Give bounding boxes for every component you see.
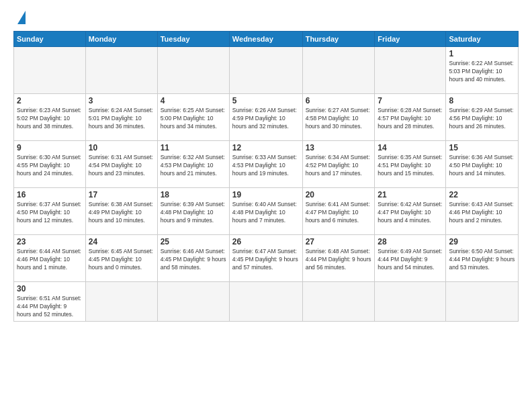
calendar-cell: 24Sunrise: 6:45 AM Sunset: 4:45 PM Dayli… [85,235,157,282]
calendar-week-row: 1Sunrise: 6:22 AM Sunset: 5:03 PM Daylig… [14,47,519,94]
day-number: 30 [17,284,83,293]
day-number: 13 [306,143,372,152]
logo-area [13,11,28,24]
day-number: 27 [306,237,372,246]
calendar-cell: 1Sunrise: 6:22 AM Sunset: 5:03 PM Daylig… [446,47,519,94]
day-number: 15 [449,143,515,152]
calendar-cell [229,282,302,322]
day-of-week-header: Saturday [446,32,519,47]
day-number: 16 [17,190,83,199]
calendar-cell [85,47,157,94]
calendar-cell: 20Sunrise: 6:41 AM Sunset: 4:47 PM Dayli… [302,188,375,235]
calendar-week-row: 16Sunrise: 6:37 AM Sunset: 4:50 PM Dayli… [14,188,519,235]
day-number: 3 [89,96,154,105]
day-number: 24 [89,237,154,246]
day-info: Sunrise: 6:31 AM Sunset: 4:54 PM Dayligh… [89,154,154,178]
calendar-cell: 2Sunrise: 6:23 AM Sunset: 5:02 PM Daylig… [14,94,86,141]
day-info: Sunrise: 6:41 AM Sunset: 4:47 PM Dayligh… [306,201,372,225]
day-number: 4 [161,96,226,105]
day-number: 18 [161,190,226,199]
calendar-week-row: 30Sunrise: 6:51 AM Sunset: 4:44 PM Dayli… [14,282,519,322]
calendar-week-row: 2Sunrise: 6:23 AM Sunset: 5:02 PM Daylig… [14,94,519,141]
calendar-week-row: 9Sunrise: 6:30 AM Sunset: 4:55 PM Daylig… [14,141,519,188]
day-of-week-header: Monday [85,32,157,47]
calendar-cell: 8Sunrise: 6:29 AM Sunset: 4:56 PM Daylig… [446,94,519,141]
calendar-cell: 19Sunrise: 6:40 AM Sunset: 4:48 PM Dayli… [229,188,302,235]
day-number: 26 [232,237,300,246]
day-info: Sunrise: 6:46 AM Sunset: 4:45 PM Dayligh… [161,248,226,272]
day-info: Sunrise: 6:42 AM Sunset: 4:47 PM Dayligh… [378,201,443,225]
day-number: 25 [161,237,226,246]
calendar-cell [14,47,86,94]
day-info: Sunrise: 6:43 AM Sunset: 4:46 PM Dayligh… [449,201,515,225]
day-number: 12 [232,143,300,152]
day-info: Sunrise: 6:37 AM Sunset: 4:50 PM Dayligh… [17,201,83,225]
day-number: 23 [17,237,83,246]
day-number: 19 [232,190,300,199]
calendar-cell: 25Sunrise: 6:46 AM Sunset: 4:45 PM Dayli… [157,235,229,282]
calendar-header-row: SundayMondayTuesdayWednesdayThursdayFrid… [14,32,519,47]
day-info: Sunrise: 6:29 AM Sunset: 4:56 PM Dayligh… [449,107,515,131]
day-number: 22 [449,190,515,199]
day-number: 17 [89,190,154,199]
day-info: Sunrise: 6:49 AM Sunset: 4:44 PM Dayligh… [378,248,443,272]
day-number: 11 [161,143,226,152]
day-number: 5 [232,96,300,105]
day-info: Sunrise: 6:39 AM Sunset: 4:48 PM Dayligh… [161,201,226,225]
calendar-cell [446,282,519,322]
logo [13,11,28,24]
calendar-cell [157,47,229,94]
header [13,11,519,24]
day-info: Sunrise: 6:40 AM Sunset: 4:48 PM Dayligh… [232,201,300,225]
calendar-cell: 16Sunrise: 6:37 AM Sunset: 4:50 PM Dayli… [14,188,86,235]
calendar-cell: 9Sunrise: 6:30 AM Sunset: 4:55 PM Daylig… [14,141,86,188]
day-info: Sunrise: 6:28 AM Sunset: 4:57 PM Dayligh… [378,107,443,131]
day-number: 7 [378,96,443,105]
calendar-cell: 6Sunrise: 6:27 AM Sunset: 4:58 PM Daylig… [302,94,375,141]
calendar-cell: 11Sunrise: 6:32 AM Sunset: 4:53 PM Dayli… [157,141,229,188]
day-number: 21 [378,190,443,199]
day-info: Sunrise: 6:27 AM Sunset: 4:58 PM Dayligh… [306,107,372,131]
day-info: Sunrise: 6:34 AM Sunset: 4:52 PM Dayligh… [306,154,372,178]
day-info: Sunrise: 6:25 AM Sunset: 5:00 PM Dayligh… [161,107,226,131]
day-info: Sunrise: 6:48 AM Sunset: 4:44 PM Dayligh… [306,248,372,272]
day-info: Sunrise: 6:22 AM Sunset: 5:03 PM Dayligh… [449,60,515,84]
day-info: Sunrise: 6:23 AM Sunset: 5:02 PM Dayligh… [17,107,83,131]
calendar-cell: 21Sunrise: 6:42 AM Sunset: 4:47 PM Dayli… [375,188,446,235]
day-info: Sunrise: 6:47 AM Sunset: 4:45 PM Dayligh… [232,248,300,272]
day-info: Sunrise: 6:24 AM Sunset: 5:01 PM Dayligh… [89,107,154,131]
calendar-table: SundayMondayTuesdayWednesdayThursdayFrid… [13,31,519,322]
day-number: 2 [17,96,83,105]
day-of-week-header: Friday [375,32,446,47]
day-number: 9 [17,143,83,152]
day-info: Sunrise: 6:35 AM Sunset: 4:51 PM Dayligh… [378,154,443,178]
day-info: Sunrise: 6:38 AM Sunset: 4:49 PM Dayligh… [89,201,154,225]
day-of-week-header: Thursday [302,32,375,47]
day-info: Sunrise: 6:32 AM Sunset: 4:53 PM Dayligh… [161,154,226,178]
calendar-cell [85,282,157,322]
calendar-cell [302,282,375,322]
calendar-cell: 14Sunrise: 6:35 AM Sunset: 4:51 PM Dayli… [375,141,446,188]
calendar-cell [302,47,375,94]
day-of-week-header: Wednesday [229,32,302,47]
calendar-cell: 26Sunrise: 6:47 AM Sunset: 4:45 PM Dayli… [229,235,302,282]
calendar-cell: 3Sunrise: 6:24 AM Sunset: 5:01 PM Daylig… [85,94,157,141]
calendar-cell: 23Sunrise: 6:44 AM Sunset: 4:46 PM Dayli… [14,235,86,282]
day-of-week-header: Sunday [14,32,86,47]
day-info: Sunrise: 6:30 AM Sunset: 4:55 PM Dayligh… [17,154,83,178]
calendar-cell: 27Sunrise: 6:48 AM Sunset: 4:44 PM Dayli… [302,235,375,282]
day-info: Sunrise: 6:44 AM Sunset: 4:46 PM Dayligh… [17,248,83,272]
calendar-cell: 17Sunrise: 6:38 AM Sunset: 4:49 PM Dayli… [85,188,157,235]
day-number: 29 [449,237,515,246]
calendar-cell: 4Sunrise: 6:25 AM Sunset: 5:00 PM Daylig… [157,94,229,141]
day-of-week-header: Tuesday [157,32,229,47]
day-number: 28 [378,237,443,246]
calendar-cell: 30Sunrise: 6:51 AM Sunset: 4:44 PM Dayli… [14,282,86,322]
calendar-cell: 10Sunrise: 6:31 AM Sunset: 4:54 PM Dayli… [85,141,157,188]
calendar-cell [229,47,302,94]
calendar-cell: 15Sunrise: 6:36 AM Sunset: 4:50 PM Dayli… [446,141,519,188]
calendar-cell: 7Sunrise: 6:28 AM Sunset: 4:57 PM Daylig… [375,94,446,141]
calendar-cell: 18Sunrise: 6:39 AM Sunset: 4:48 PM Dayli… [157,188,229,235]
day-number: 1 [449,49,515,58]
day-info: Sunrise: 6:36 AM Sunset: 4:50 PM Dayligh… [449,154,515,178]
